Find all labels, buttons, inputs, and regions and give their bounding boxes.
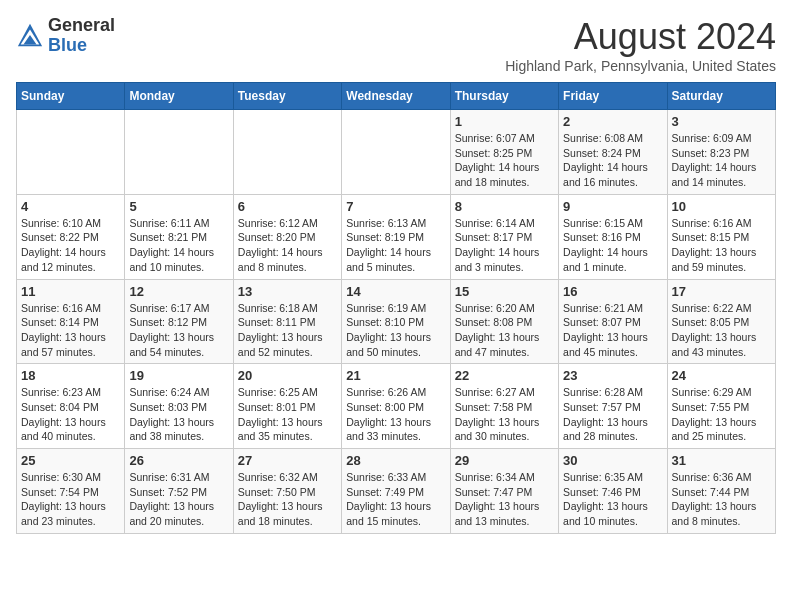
weekday-header-friday: Friday (559, 83, 667, 110)
calendar-cell: 9Sunrise: 6:15 AM Sunset: 8:16 PM Daylig… (559, 194, 667, 279)
day-number: 31 (672, 453, 771, 468)
day-number: 20 (238, 368, 337, 383)
calendar-week-row-1: 1Sunrise: 6:07 AM Sunset: 8:25 PM Daylig… (17, 110, 776, 195)
calendar-week-row-2: 4Sunrise: 6:10 AM Sunset: 8:22 PM Daylig… (17, 194, 776, 279)
calendar-cell: 14Sunrise: 6:19 AM Sunset: 8:10 PM Dayli… (342, 279, 450, 364)
day-number: 27 (238, 453, 337, 468)
day-info: Sunrise: 6:09 AM Sunset: 8:23 PM Dayligh… (672, 131, 771, 190)
day-number: 1 (455, 114, 554, 129)
logo: General Blue (16, 16, 115, 56)
calendar-cell: 28Sunrise: 6:33 AM Sunset: 7:49 PM Dayli… (342, 449, 450, 534)
calendar-cell: 1Sunrise: 6:07 AM Sunset: 8:25 PM Daylig… (450, 110, 558, 195)
day-info: Sunrise: 6:22 AM Sunset: 8:05 PM Dayligh… (672, 301, 771, 360)
calendar-cell (17, 110, 125, 195)
month-year-heading: August 2024 (505, 16, 776, 58)
calendar-cell: 15Sunrise: 6:20 AM Sunset: 8:08 PM Dayli… (450, 279, 558, 364)
day-number: 5 (129, 199, 228, 214)
calendar-week-row-5: 25Sunrise: 6:30 AM Sunset: 7:54 PM Dayli… (17, 449, 776, 534)
day-number: 13 (238, 284, 337, 299)
day-number: 30 (563, 453, 662, 468)
day-number: 11 (21, 284, 120, 299)
day-info: Sunrise: 6:27 AM Sunset: 7:58 PM Dayligh… (455, 385, 554, 444)
day-number: 22 (455, 368, 554, 383)
calendar-cell: 16Sunrise: 6:21 AM Sunset: 8:07 PM Dayli… (559, 279, 667, 364)
weekday-header-thursday: Thursday (450, 83, 558, 110)
day-info: Sunrise: 6:25 AM Sunset: 8:01 PM Dayligh… (238, 385, 337, 444)
day-number: 18 (21, 368, 120, 383)
day-number: 10 (672, 199, 771, 214)
calendar-cell: 25Sunrise: 6:30 AM Sunset: 7:54 PM Dayli… (17, 449, 125, 534)
day-number: 21 (346, 368, 445, 383)
day-info: Sunrise: 6:16 AM Sunset: 8:14 PM Dayligh… (21, 301, 120, 360)
day-info: Sunrise: 6:21 AM Sunset: 8:07 PM Dayligh… (563, 301, 662, 360)
day-info: Sunrise: 6:08 AM Sunset: 8:24 PM Dayligh… (563, 131, 662, 190)
day-number: 19 (129, 368, 228, 383)
logo-icon (16, 22, 44, 50)
day-info: Sunrise: 6:20 AM Sunset: 8:08 PM Dayligh… (455, 301, 554, 360)
calendar-cell: 18Sunrise: 6:23 AM Sunset: 8:04 PM Dayli… (17, 364, 125, 449)
day-info: Sunrise: 6:29 AM Sunset: 7:55 PM Dayligh… (672, 385, 771, 444)
location-text: Highland Park, Pennsylvania, United Stat… (505, 58, 776, 74)
calendar-cell: 3Sunrise: 6:09 AM Sunset: 8:23 PM Daylig… (667, 110, 775, 195)
weekday-header-row: SundayMondayTuesdayWednesdayThursdayFrid… (17, 83, 776, 110)
day-info: Sunrise: 6:16 AM Sunset: 8:15 PM Dayligh… (672, 216, 771, 275)
calendar-cell (233, 110, 341, 195)
day-info: Sunrise: 6:30 AM Sunset: 7:54 PM Dayligh… (21, 470, 120, 529)
calendar-cell: 17Sunrise: 6:22 AM Sunset: 8:05 PM Dayli… (667, 279, 775, 364)
day-number: 29 (455, 453, 554, 468)
day-info: Sunrise: 6:26 AM Sunset: 8:00 PM Dayligh… (346, 385, 445, 444)
day-number: 16 (563, 284, 662, 299)
calendar-cell: 10Sunrise: 6:16 AM Sunset: 8:15 PM Dayli… (667, 194, 775, 279)
day-number: 17 (672, 284, 771, 299)
day-info: Sunrise: 6:12 AM Sunset: 8:20 PM Dayligh… (238, 216, 337, 275)
day-info: Sunrise: 6:13 AM Sunset: 8:19 PM Dayligh… (346, 216, 445, 275)
day-info: Sunrise: 6:10 AM Sunset: 8:22 PM Dayligh… (21, 216, 120, 275)
logo-blue-text: Blue (48, 35, 87, 55)
day-number: 2 (563, 114, 662, 129)
calendar-cell: 30Sunrise: 6:35 AM Sunset: 7:46 PM Dayli… (559, 449, 667, 534)
calendar-cell: 31Sunrise: 6:36 AM Sunset: 7:44 PM Dayli… (667, 449, 775, 534)
day-number: 9 (563, 199, 662, 214)
weekday-header-tuesday: Tuesday (233, 83, 341, 110)
calendar-cell: 4Sunrise: 6:10 AM Sunset: 8:22 PM Daylig… (17, 194, 125, 279)
day-info: Sunrise: 6:33 AM Sunset: 7:49 PM Dayligh… (346, 470, 445, 529)
calendar-cell: 5Sunrise: 6:11 AM Sunset: 8:21 PM Daylig… (125, 194, 233, 279)
day-info: Sunrise: 6:07 AM Sunset: 8:25 PM Dayligh… (455, 131, 554, 190)
calendar-cell: 22Sunrise: 6:27 AM Sunset: 7:58 PM Dayli… (450, 364, 558, 449)
calendar-cell: 29Sunrise: 6:34 AM Sunset: 7:47 PM Dayli… (450, 449, 558, 534)
day-number: 12 (129, 284, 228, 299)
calendar-cell: 19Sunrise: 6:24 AM Sunset: 8:03 PM Dayli… (125, 364, 233, 449)
day-info: Sunrise: 6:18 AM Sunset: 8:11 PM Dayligh… (238, 301, 337, 360)
day-info: Sunrise: 6:11 AM Sunset: 8:21 PM Dayligh… (129, 216, 228, 275)
page-header: General Blue August 2024 Highland Park, … (16, 16, 776, 74)
day-info: Sunrise: 6:17 AM Sunset: 8:12 PM Dayligh… (129, 301, 228, 360)
day-info: Sunrise: 6:28 AM Sunset: 7:57 PM Dayligh… (563, 385, 662, 444)
calendar-cell (342, 110, 450, 195)
day-number: 3 (672, 114, 771, 129)
calendar-cell: 27Sunrise: 6:32 AM Sunset: 7:50 PM Dayli… (233, 449, 341, 534)
day-number: 8 (455, 199, 554, 214)
day-info: Sunrise: 6:19 AM Sunset: 8:10 PM Dayligh… (346, 301, 445, 360)
calendar-week-row-4: 18Sunrise: 6:23 AM Sunset: 8:04 PM Dayli… (17, 364, 776, 449)
calendar-cell: 24Sunrise: 6:29 AM Sunset: 7:55 PM Dayli… (667, 364, 775, 449)
logo-text: General Blue (48, 16, 115, 56)
day-number: 26 (129, 453, 228, 468)
calendar-cell: 23Sunrise: 6:28 AM Sunset: 7:57 PM Dayli… (559, 364, 667, 449)
weekday-header-sunday: Sunday (17, 83, 125, 110)
calendar-cell: 13Sunrise: 6:18 AM Sunset: 8:11 PM Dayli… (233, 279, 341, 364)
day-info: Sunrise: 6:36 AM Sunset: 7:44 PM Dayligh… (672, 470, 771, 529)
day-info: Sunrise: 6:35 AM Sunset: 7:46 PM Dayligh… (563, 470, 662, 529)
day-number: 6 (238, 199, 337, 214)
calendar-table: SundayMondayTuesdayWednesdayThursdayFrid… (16, 82, 776, 534)
day-number: 25 (21, 453, 120, 468)
title-block: August 2024 Highland Park, Pennsylvania,… (505, 16, 776, 74)
calendar-cell: 21Sunrise: 6:26 AM Sunset: 8:00 PM Dayli… (342, 364, 450, 449)
calendar-cell: 6Sunrise: 6:12 AM Sunset: 8:20 PM Daylig… (233, 194, 341, 279)
calendar-cell: 2Sunrise: 6:08 AM Sunset: 8:24 PM Daylig… (559, 110, 667, 195)
day-info: Sunrise: 6:31 AM Sunset: 7:52 PM Dayligh… (129, 470, 228, 529)
calendar-cell: 7Sunrise: 6:13 AM Sunset: 8:19 PM Daylig… (342, 194, 450, 279)
day-info: Sunrise: 6:32 AM Sunset: 7:50 PM Dayligh… (238, 470, 337, 529)
calendar-cell: 8Sunrise: 6:14 AM Sunset: 8:17 PM Daylig… (450, 194, 558, 279)
logo-general-text: General (48, 15, 115, 35)
day-number: 28 (346, 453, 445, 468)
